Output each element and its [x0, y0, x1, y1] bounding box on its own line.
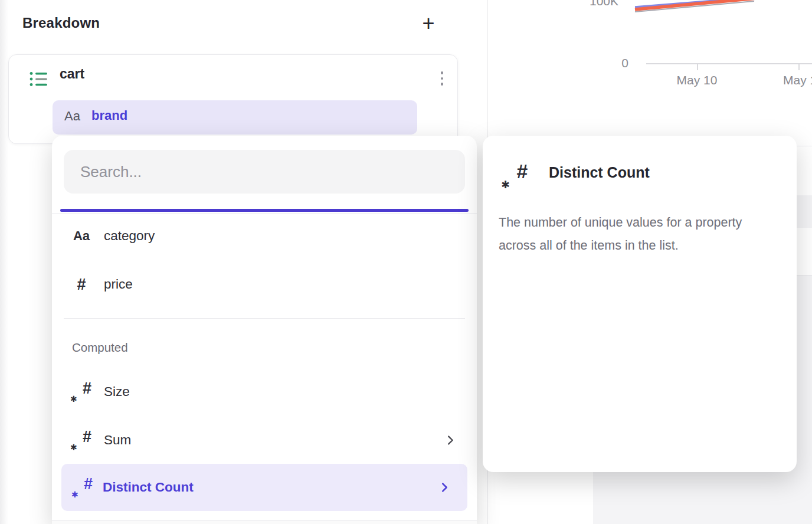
property-label: price — [104, 277, 133, 292]
number-property-icon: # — [77, 276, 86, 294]
active-tab-indicator — [60, 209, 469, 212]
computed-number-icon: # ✱ — [74, 478, 91, 497]
breakdown-property-name[interactable]: cart — [60, 66, 84, 82]
property-label: category — [104, 228, 155, 244]
list-property-icon — [30, 71, 48, 87]
chevron-right-icon — [444, 434, 457, 447]
chevron-right-icon — [438, 481, 451, 494]
selected-subproperty-brand[interactable]: Aa brand — [53, 100, 417, 135]
line-chart: 100K 0 May 10 May 1 — [487, 0, 812, 136]
property-tooltip-popover: # ✱ Distinct Count The number of unique … — [483, 136, 797, 472]
text-property-icon: Aa — [64, 109, 80, 124]
subproperty-label: brand — [91, 108, 127, 123]
tab-bar-border — [52, 213, 477, 214]
app-screen: 100K 0 May 10 May 1 Breakdown + cart Aa … — [0, 0, 812, 524]
computed-label: Sum — [104, 433, 131, 448]
computed-label: Distinct Count — [103, 480, 194, 495]
section-divider — [64, 318, 465, 319]
computed-item-size[interactable]: # ✱ Size — [52, 375, 477, 409]
y-axis-tick-label: 0 — [600, 56, 628, 70]
text-property-icon: Aa — [73, 228, 90, 244]
computed-label: Size — [104, 384, 130, 399]
computed-number-icon: # ✱ — [73, 431, 90, 450]
property-item-category[interactable]: Aa category — [52, 219, 477, 253]
plus-icon: + — [422, 11, 434, 36]
kebab-menu-icon — [441, 71, 444, 74]
property-picker-dropdown: Aa category # price Computed # ✱ Size # … — [52, 136, 477, 524]
section-label-computed: Computed — [72, 340, 128, 355]
x-axis-tick — [798, 64, 800, 70]
x-axis-tick-label: May 1 — [783, 73, 812, 87]
section-title-breakdown: Breakdown — [22, 15, 100, 31]
computed-item-distinct-count[interactable]: # ✱ Distinct Count — [61, 464, 467, 511]
computed-item-sum[interactable]: # ✱ Sum — [52, 423, 477, 457]
property-item-price[interactable]: # price — [52, 267, 477, 302]
x-axis-line — [646, 63, 812, 64]
tooltip-title: Distinct Count — [549, 164, 650, 181]
chart-series-lines — [487, 0, 812, 35]
y-axis-tick-label: 100K — [580, 0, 618, 8]
search-input[interactable] — [64, 150, 465, 194]
computed-number-icon: # ✱ — [504, 164, 526, 188]
computed-number-icon: # ✱ — [73, 382, 90, 401]
dropdown-footer — [52, 520, 477, 524]
x-axis-tick-label: May 10 — [667, 73, 726, 87]
tooltip-description: The number of unique values for a proper… — [499, 211, 782, 257]
breakdown-card-cart: cart Aa brand — [8, 54, 458, 144]
card-options-button[interactable] — [431, 66, 453, 91]
add-breakdown-button[interactable]: + — [415, 11, 441, 37]
x-axis-tick — [697, 64, 698, 70]
left-edge-shadow — [0, 0, 8, 524]
